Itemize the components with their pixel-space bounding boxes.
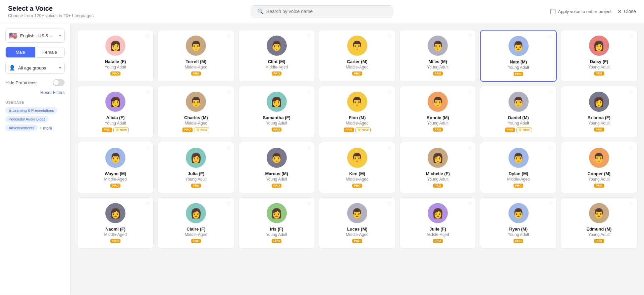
voice-card[interactable]: ♡👩Brianna (F)Young AdultPRO (561, 86, 637, 138)
voice-name: Finn (M) (323, 115, 391, 120)
favorite-icon[interactable]: ♡ (387, 146, 392, 151)
avatar: 👨 (267, 36, 287, 56)
voice-age: Young Adult (565, 232, 633, 237)
voice-name: Daniel (M) (484, 115, 552, 120)
avatar: 👨 (347, 36, 367, 56)
favorite-icon[interactable]: ♡ (307, 146, 311, 151)
pro-badge: PRO (594, 239, 604, 243)
favorite-icon[interactable]: ♡ (146, 34, 150, 39)
favorite-icon[interactable]: ♡ (307, 201, 311, 206)
voice-card[interactable]: ♡👨Carter (M)Middle-AgedPRO (319, 30, 395, 82)
voice-card[interactable]: ♡👨Lucas (M)Middle-AgedPRO (319, 197, 395, 249)
chevron-down-icon: ▾ (59, 33, 61, 38)
voice-badges: PRO (565, 128, 633, 132)
reset-filters-link[interactable]: Reset Filters (5, 90, 65, 95)
voice-card[interactable]: ♡👨Charles (M)Middle-AgedPRO⭐ NEW (158, 86, 234, 138)
favorite-icon[interactable]: ♡ (468, 201, 472, 206)
voice-age: Middle-Aged (82, 177, 149, 182)
pro-badge: PRO (182, 128, 193, 132)
pro-badge: PRO (272, 128, 282, 132)
apply-checkbox-label[interactable]: Apply voice to entire project (550, 9, 612, 14)
voice-card[interactable]: ♡👩Natalie (F)Young AdultPRO (77, 30, 154, 82)
pro-badge: PRO (433, 184, 443, 188)
hide-pro-toggle[interactable] (53, 79, 65, 86)
favorite-icon[interactable]: ♡ (307, 90, 311, 95)
close-button[interactable]: ✕ Close (618, 8, 636, 15)
voice-age: Young Adult (565, 65, 633, 69)
voice-badges: PRO (565, 184, 633, 188)
hide-pro-row: Hide Pro Voices (5, 79, 65, 86)
apply-checkbox[interactable] (550, 9, 555, 14)
female-toggle[interactable]: Female (35, 47, 65, 57)
male-toggle[interactable]: Male (6, 47, 35, 57)
favorite-icon[interactable]: ♡ (387, 201, 392, 206)
favorite-icon[interactable]: ♡ (226, 34, 231, 39)
voice-badges: PRO (243, 239, 311, 243)
voice-card[interactable]: ♡👨Terrell (M)Middle-AgedPRO (158, 30, 234, 82)
new-badge: ⭐ NEW (113, 128, 129, 132)
voice-age: Young Adult (82, 65, 149, 69)
tag-ads[interactable]: Advertisements (5, 125, 38, 131)
more-tags-link[interactable]: + more (40, 126, 52, 131)
favorite-icon[interactable]: ♡ (468, 146, 472, 151)
favorite-icon[interactable]: ♡ (146, 90, 150, 95)
voice-card[interactable]: ♡👩Samantha (F)Young AdultPRO (238, 86, 315, 138)
voice-card[interactable]: ♡👨Nate (M)Young AdultPRO (480, 30, 556, 82)
voice-name: Brianna (F) (565, 115, 633, 120)
favorite-icon[interactable]: ♡ (629, 201, 634, 206)
favorite-icon[interactable]: ♡ (307, 34, 311, 39)
voice-age: Young Adult (404, 177, 472, 182)
voice-name: Claire (F) (162, 227, 230, 232)
voice-card[interactable]: ♡👩Alicia (F)Young AdultPRO⭐ NEW (77, 86, 154, 138)
favorite-icon[interactable]: ♡ (146, 146, 150, 151)
header: Select a Voice Choose from 120+ voices i… (0, 0, 644, 23)
voice-card[interactable]: ♡👨Miles (M)Young AdultPRO (399, 30, 476, 82)
favorite-icon[interactable]: ♡ (226, 90, 231, 95)
tag-elearning[interactable]: E-Learning & Presentations (5, 107, 57, 114)
favorite-icon[interactable]: ♡ (468, 34, 472, 39)
search-icon: 🔍 (257, 8, 264, 14)
voice-card[interactable]: ♡👩Claire (F)Middle-AgedPRO (158, 197, 234, 249)
voice-age: Middle-Aged (162, 121, 230, 126)
favorite-icon[interactable]: ♡ (549, 90, 553, 95)
voice-card[interactable]: ♡👨Clint (M)Middle-AgedPRO (238, 30, 315, 82)
voice-card[interactable]: ♡👨Wayne (M)Middle-AgedPRO (77, 142, 154, 193)
favorite-icon[interactable]: ♡ (226, 201, 231, 206)
voice-card[interactable]: ♡👨Edmund (M)Young AdultPRO (561, 197, 637, 249)
voice-card[interactable]: ♡👨Cooper (M)Young AdultPRO (561, 142, 637, 193)
voice-card[interactable]: ♡👩Julia (F)Young AdultPRO (158, 142, 234, 193)
favorite-icon[interactable]: ♡ (387, 34, 392, 39)
new-badge: ⭐ NEW (355, 128, 371, 132)
favorite-icon[interactable]: ♡ (226, 146, 231, 151)
voice-card[interactable]: ♡👨Dylan (M)Middle-AgedPRO (480, 142, 556, 193)
hide-pro-label: Hide Pro Voices (5, 80, 37, 85)
voice-card[interactable]: ♡👨Ronnie (M)Young AdultPRO (399, 86, 476, 138)
voice-age: Middle-Aged (243, 65, 311, 69)
voice-card[interactable]: ♡👩Naomi (F)Middle-AgedPRO (77, 197, 154, 249)
voice-card[interactable]: ♡👨Ryan (M)Young AdultPRO (480, 197, 556, 249)
favorite-icon[interactable]: ♡ (629, 34, 634, 39)
voice-card[interactable]: ♡👩Daisy (F)Young AdultPRO (561, 30, 637, 82)
favorite-icon[interactable]: ♡ (629, 146, 634, 151)
avatar: 👨 (508, 36, 529, 56)
voice-card[interactable]: ♡👩Iris (F)Young AdultPRO (238, 197, 315, 249)
tag-podcasts[interactable]: Podcasts/ Audio Blogs (5, 116, 49, 122)
voice-card[interactable]: ♡👨Finn (M)Middle-AgedPRO⭐ NEW (319, 86, 395, 138)
search-input[interactable] (266, 9, 387, 14)
favorite-icon[interactable]: ♡ (549, 201, 553, 206)
favorite-icon[interactable]: ♡ (387, 90, 392, 95)
favorite-icon[interactable]: ♡ (468, 90, 472, 95)
voice-card[interactable]: ♡👨Daniel (M)Young AdultPRO⭐ NEW (480, 86, 556, 138)
language-selector[interactable]: 🇺🇸 English - US & ... ▾ (5, 29, 65, 43)
voice-card[interactable]: ♡👩Julie (F)Middle-AgedPRO (399, 197, 476, 249)
voice-card[interactable]: ♡👨Ken (M)Middle-AgedPRO (319, 142, 395, 193)
voice-name: Dylan (M) (484, 171, 552, 176)
favorite-icon[interactable]: ♡ (629, 90, 634, 95)
voice-age: Young Adult (485, 65, 552, 70)
age-selector[interactable]: 👤 All age groups ▾ (5, 62, 65, 74)
favorite-icon[interactable]: ♡ (146, 201, 150, 206)
voice-card[interactable]: ♡👩Michelle (F)Young AdultPRO (399, 142, 476, 193)
favorite-icon[interactable]: ♡ (548, 34, 553, 39)
favorite-icon[interactable]: ♡ (549, 146, 553, 151)
voice-card[interactable]: ♡👨Marcus (M)Young AdultPRO (238, 142, 315, 193)
